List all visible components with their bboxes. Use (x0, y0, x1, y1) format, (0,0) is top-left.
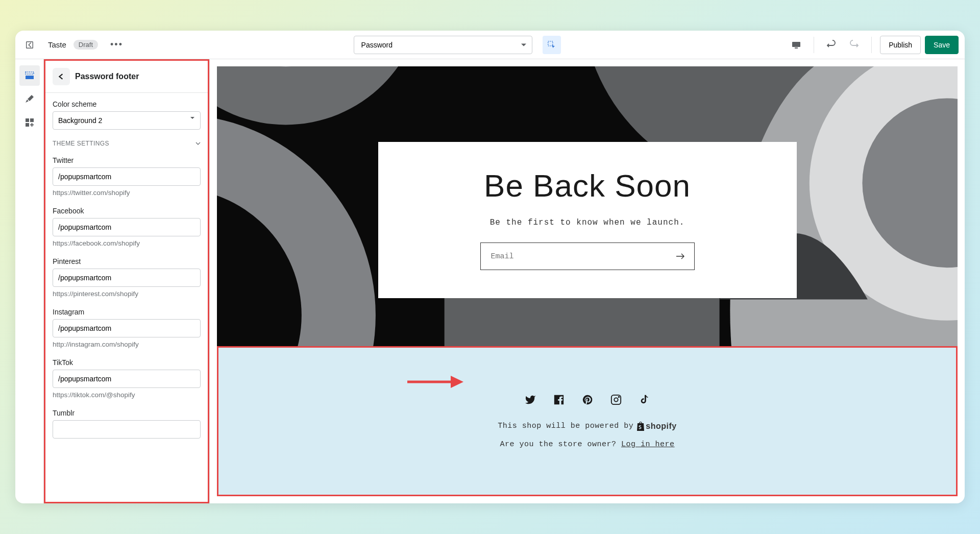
instagram-field: Instagram http://instagram.com/shopify (45, 301, 208, 351)
svg-marker-20 (451, 376, 463, 388)
tumblr-input[interactable] (53, 420, 201, 439)
tumblr-label: Tumblr (53, 409, 201, 417)
color-scheme-label: Color scheme (53, 100, 201, 108)
shopify-bag-icon (636, 422, 645, 431)
desktop-view-button[interactable] (787, 36, 805, 54)
theme-name: Taste (48, 40, 66, 49)
preview-area: Be Back Soon Be the first to know when w… (210, 59, 965, 503)
undo-button[interactable] (822, 36, 841, 54)
twitter-icon[interactable] (525, 394, 536, 405)
facebook-label: Facebook (53, 207, 201, 215)
color-scheme-field: Color scheme Background 2 (45, 93, 208, 133)
page-selector[interactable]: Password (354, 36, 532, 54)
facebook-help: https://facebook.com/shopify (53, 239, 201, 247)
tiktok-icon[interactable] (639, 394, 650, 405)
twitter-help: https://twitter.com/shopify (53, 189, 201, 197)
powered-by-text: This shop will be powered by (498, 422, 633, 430)
panel-title: Password footer (75, 72, 139, 81)
email-form (480, 242, 695, 270)
color-scheme-select[interactable]: Background 2 (53, 111, 201, 130)
email-input[interactable] (481, 243, 667, 270)
top-bar: Taste Draft ••• Password (15, 31, 965, 59)
facebook-field: Facebook https://facebook.com/shopify (45, 200, 208, 250)
divider (814, 37, 814, 53)
rail-theme-settings[interactable] (19, 89, 40, 109)
shopify-logo: shopify (636, 422, 676, 431)
email-submit-button[interactable] (667, 243, 694, 270)
facebook-input[interactable] (53, 218, 201, 236)
app-window: Taste Draft ••• Password (15, 31, 965, 503)
shopify-wordmark: shopify (646, 422, 676, 431)
login-link[interactable]: Log in here (621, 440, 675, 449)
svg-point-23 (618, 396, 619, 397)
redo-button[interactable] (845, 36, 863, 54)
hero-subtitle: Be the first to know when we launch. (429, 218, 746, 227)
instagram-help: http://instagram.com/shopify (53, 341, 201, 348)
social-icons-row (525, 394, 650, 405)
draft-badge: Draft (74, 40, 98, 50)
twitter-field: Twitter https://twitter.com/shopify (45, 149, 208, 200)
svg-point-22 (614, 398, 618, 401)
svg-rect-6 (26, 118, 29, 122)
inspector-icon (547, 40, 556, 50)
chevron-down-icon (195, 141, 201, 146)
publish-button[interactable]: Publish (880, 36, 921, 54)
settings-panel: Password footer Color scheme Background … (44, 59, 210, 503)
apps-icon (24, 117, 35, 128)
paintbrush-icon (24, 94, 35, 104)
svg-rect-5 (26, 76, 34, 79)
chevron-left-icon (58, 74, 64, 80)
left-rail (15, 59, 44, 503)
undo-icon (826, 40, 837, 50)
twitter-label: Twitter (53, 156, 201, 164)
tiktok-help: https://tiktok.com/@shopify (53, 391, 201, 399)
svg-rect-0 (27, 41, 33, 48)
panel-header: Password footer (45, 61, 208, 93)
instagram-icon[interactable] (610, 394, 622, 405)
pinterest-field: Pinterest https://pinterest.com/shopify (45, 250, 208, 301)
hero-card: Be Back Soon Be the first to know when w… (378, 142, 797, 298)
arrow-right-icon (676, 253, 685, 260)
exit-icon (25, 40, 34, 50)
desktop-icon (791, 40, 801, 50)
tiktok-label: TikTok (53, 358, 201, 367)
theme-settings-label: THEME SETTINGS (53, 140, 109, 147)
rail-apps[interactable] (19, 112, 40, 133)
pinterest-label: Pinterest (53, 257, 201, 265)
rail-sections[interactable] (19, 65, 40, 86)
svg-rect-4 (26, 72, 34, 74)
instagram-label: Instagram (53, 308, 201, 316)
instagram-input[interactable] (53, 319, 201, 337)
svg-rect-8 (26, 123, 29, 127)
svg-rect-2 (792, 42, 800, 47)
facebook-icon[interactable] (553, 394, 565, 405)
save-button[interactable]: Save (925, 36, 959, 54)
more-button[interactable]: ••• (106, 37, 127, 52)
annotation-arrow (407, 374, 463, 390)
footer-section: This shop will be powered by shopify Are… (217, 346, 958, 496)
svg-rect-3 (795, 47, 798, 48)
pinterest-help: https://pinterest.com/shopify (53, 290, 201, 298)
pinterest-input[interactable] (53, 269, 201, 287)
svg-rect-7 (30, 118, 34, 122)
exit-button[interactable] (21, 37, 38, 53)
hero-section: Be Back Soon Be the first to know when w… (217, 66, 958, 346)
tiktok-input[interactable] (53, 370, 201, 388)
twitter-input[interactable] (53, 167, 201, 186)
inspector-button[interactable] (543, 36, 561, 54)
pinterest-icon[interactable] (582, 394, 593, 405)
tiktok-field: TikTok https://tiktok.com/@shopify (45, 351, 208, 402)
owner-text: Are you the store owner? (500, 440, 616, 449)
main-area: Password footer Color scheme Background … (15, 59, 965, 503)
footer-text-block: This shop will be powered by shopify Are… (498, 422, 676, 449)
back-button[interactable] (53, 68, 70, 85)
hero-title: Be Back Soon (429, 167, 746, 204)
theme-settings-header[interactable]: THEME SETTINGS (45, 133, 208, 149)
redo-icon (849, 40, 859, 50)
divider (871, 37, 872, 53)
page-select-wrap: Password (354, 36, 532, 54)
sections-icon (24, 70, 35, 81)
tumblr-field: Tumblr (45, 402, 208, 442)
